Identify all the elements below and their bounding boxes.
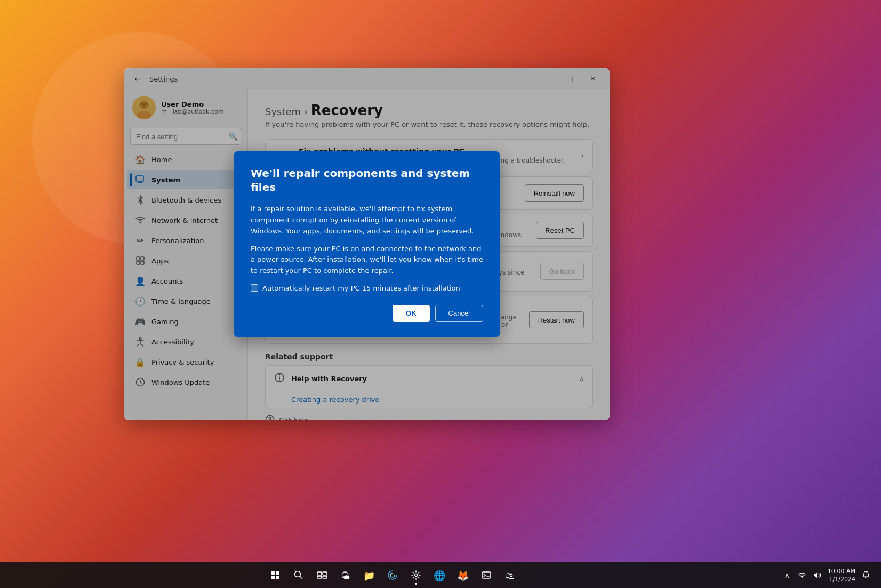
modal-cancel-button[interactable]: Cancel [435,305,483,322]
taskbar-center: 🌤 📁 🌐 🦊 🛍 [265,565,520,586]
taskbar-chrome[interactable]: 🌐 [429,565,450,586]
taskbar-settings[interactable] [405,565,427,586]
svg-rect-30 [482,572,491,578]
tray-notifications[interactable] [860,565,872,586]
tray-wifi[interactable] [796,565,808,586]
taskbar-edge[interactable] [382,565,403,586]
modal-ok-button[interactable]: OK [393,305,430,322]
taskbar: 🌤 📁 🌐 🦊 🛍 ∧ [0,562,881,588]
modal-footer: OK Cancel [251,305,483,322]
svg-rect-28 [323,576,327,578]
taskbar-firefox[interactable]: 🦊 [452,565,474,586]
modal-overlay: We'll repair components and system files… [124,68,610,420]
modal-body-2: Please make sure your PC is on and conne… [251,244,483,277]
auto-restart-checkbox[interactable] [251,284,258,292]
svg-point-31 [802,577,803,578]
svg-rect-25 [317,572,322,575]
taskbar-explorer[interactable]: 📁 [358,565,380,586]
svg-rect-26 [323,572,327,575]
modal-title: We'll repair components and system files [251,166,483,194]
taskbar-start[interactable] [265,565,286,586]
taskbar-widgets[interactable]: 🌤 [335,565,356,586]
system-tray: ∧ 10:00 AM 1/1/2024 [781,565,877,586]
taskbar-taskview[interactable] [311,565,333,586]
modal-dialog: We'll repair components and system files… [234,151,500,337]
modal-body: If a repair solution is available, we'll… [251,204,483,277]
svg-rect-23 [276,576,279,579]
svg-point-24 [294,571,300,577]
svg-rect-22 [271,576,275,579]
clock-time: 10:00 AM [828,567,855,575]
tray-volume[interactable] [811,565,823,586]
settings-window: ← Settings — □ ✕ [124,68,610,420]
svg-point-29 [414,574,417,577]
svg-rect-21 [276,571,279,575]
taskbar-store[interactable]: 🛍 [499,565,520,586]
taskbar-search[interactable] [288,565,309,586]
modal-checkbox-row: Automatically restart my PC 15 minutes a… [251,284,483,292]
clock-date: 1/1/2024 [828,575,855,583]
taskbar-terminal[interactable] [476,565,497,586]
modal-body-1: If a repair solution is available, we'll… [251,204,483,237]
svg-rect-20 [271,571,275,575]
auto-restart-label[interactable]: Automatically restart my PC 15 minutes a… [262,284,460,292]
clock[interactable]: 10:00 AM 1/1/2024 [826,567,858,584]
svg-rect-27 [317,576,322,578]
tray-hidden-icons[interactable]: ∧ [781,565,794,586]
